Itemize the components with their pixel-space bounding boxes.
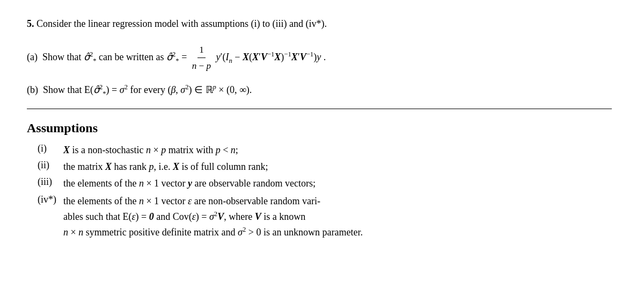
assumption-text-iii: the elements of the n × 1 vector y are o… xyxy=(63,176,612,191)
assumption-text-i: X is a non-stochastic n × p matrix with … xyxy=(63,143,612,157)
question-intro: Consider the linear regression model wit… xyxy=(36,18,327,29)
assumption-list: (i) X is a non-stochastic n × p matrix w… xyxy=(38,143,612,240)
part-b-label: (b) Show that E(σ̂2*) = σ2 for every (β,… xyxy=(27,84,252,95)
part-a: (a) Show that σ̂2* can be written as σ̂2… xyxy=(27,42,612,74)
assumption-label-ivstar: (iv*) xyxy=(38,194,63,205)
part-b: (b) Show that E(σ̂2*) = σ2 for every (β,… xyxy=(27,82,612,99)
assumption-label-iii: (iii) xyxy=(38,176,63,188)
assumption-label-i: (i) xyxy=(38,143,63,154)
question-number: 5. xyxy=(27,18,34,29)
assumption-item-i: (i) X is a non-stochastic n × p matrix w… xyxy=(38,143,612,157)
section-divider xyxy=(27,109,612,109)
part-a-label: (a) Show that σ̂2* can be written as σ̂2… xyxy=(27,52,326,62)
assumption-text-ii: the matrix X has rank p, i.e. X is of fu… xyxy=(63,160,612,174)
fraction: 1 n − p xyxy=(191,42,213,74)
assumptions-section: Assumptions (i) X is a non-stochastic n … xyxy=(27,121,612,240)
assumption-item-ivstar: (iv*) the elements of the n × 1 vector ε… xyxy=(38,194,612,240)
assumption-text-ivstar: the elements of the n × 1 vector ε are n… xyxy=(63,194,612,240)
assumptions-title: Assumptions xyxy=(27,121,612,135)
assumption-item-iii: (iii) the elements of the n × 1 vector y… xyxy=(38,176,612,191)
assumption-item-ii: (ii) the matrix X has rank p, i.e. X is … xyxy=(38,160,612,174)
assumption-label-ii: (ii) xyxy=(38,160,63,171)
page-content: 5. Consider the linear regression model … xyxy=(27,16,612,240)
question-header: 5. Consider the linear regression model … xyxy=(27,16,612,32)
